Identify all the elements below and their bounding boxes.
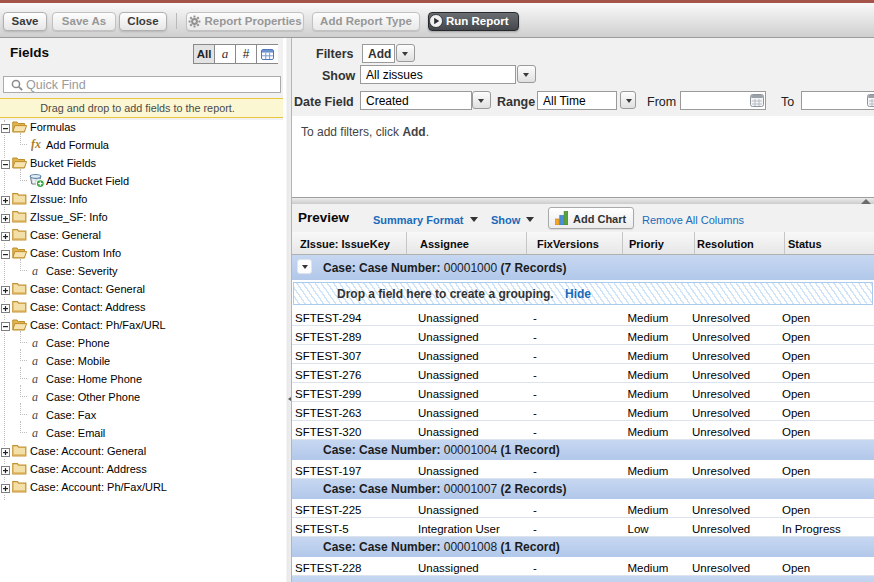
svg-text:a: a (32, 265, 38, 277)
svg-text:a: a (32, 427, 38, 439)
svg-text:a: a (32, 355, 38, 367)
svg-text:a: a (32, 373, 38, 385)
svg-text:a: a (32, 337, 38, 349)
svg-text:a: a (32, 391, 38, 403)
svg-text:fx: fx (31, 138, 41, 151)
svg-text:a: a (32, 409, 38, 421)
